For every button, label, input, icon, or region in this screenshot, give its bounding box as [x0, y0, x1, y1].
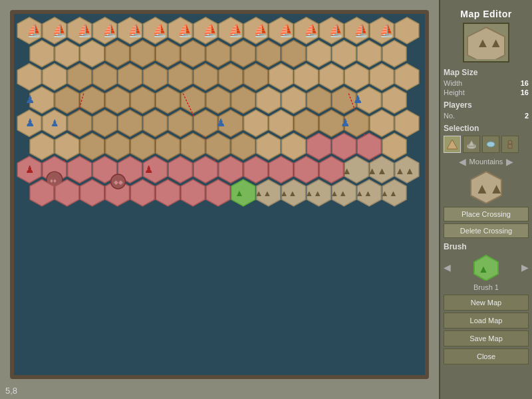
- water-icon-btn[interactable]: [482, 136, 499, 153]
- svg-text:♟: ♟: [144, 164, 153, 175]
- svg-text:⛵: ⛵: [279, 23, 294, 38]
- svg-text:▲▲: ▲▲: [475, 180, 503, 197]
- svg-text:♟: ♟: [51, 118, 59, 128]
- svg-text:▲▲: ▲▲: [255, 188, 272, 198]
- svg-text:⛵: ⛵: [329, 23, 344, 38]
- panel-title: Map Editor: [444, 3, 529, 23]
- game-area: ⛵ ⛵ ⛵ ⛵ ⛵ ⛵ ⛵ ⛵ ⛵ ⛵ ⛵ ⛵ ⛵ ⛵ ⛵: [0, 0, 439, 399]
- svg-text:⛵: ⛵: [304, 23, 319, 38]
- svg-marker-45: [468, 140, 475, 146]
- svg-text:▲▲: ▲▲: [367, 165, 387, 176]
- width-label: Width: [444, 79, 462, 87]
- brush-prev-btn[interactable]: ◀: [444, 262, 451, 273]
- svg-text:◆◆: ◆◆: [114, 179, 123, 186]
- svg-text:♟: ♟: [353, 94, 362, 106]
- svg-text:▲: ▲: [235, 188, 244, 198]
- unit-icon-btn[interactable]: [501, 136, 519, 153]
- delete-crossing-button[interactable]: Delete Crossing: [444, 223, 529, 238]
- svg-text:⛵: ⛵: [178, 23, 193, 38]
- selection-icons: [444, 136, 529, 153]
- svg-text:♟: ♟: [25, 94, 35, 106]
- svg-text:▲: ▲: [342, 165, 352, 176]
- svg-text:⛵: ⛵: [228, 23, 243, 38]
- brush-nav: ◀ ▲ ▶: [444, 254, 529, 281]
- players-no-value: 2: [525, 112, 529, 120]
- svg-text:▲: ▲: [478, 263, 489, 275]
- height-label: Height: [444, 88, 465, 96]
- coordinates: 5,8: [5, 386, 17, 396]
- svg-marker-43: [447, 140, 458, 149]
- svg-text:▲▲: ▲▲: [355, 188, 372, 198]
- svg-text:⛵: ⛵: [354, 23, 369, 38]
- hill-icon-btn[interactable]: [463, 136, 480, 153]
- players-label: Players: [444, 100, 529, 110]
- svg-text:⛵: ⛵: [379, 23, 394, 38]
- selection-label: Selection: [444, 124, 529, 133]
- brush-next-btn[interactable]: ▶: [521, 262, 529, 273]
- svg-text:▲▲: ▲▲: [280, 188, 297, 198]
- place-crossing-button[interactable]: Place Crossing: [444, 207, 529, 221]
- svg-text:♟: ♟: [216, 117, 225, 128]
- svg-text:⛵: ⛵: [52, 23, 67, 38]
- svg-text:⛵: ⛵: [102, 23, 118, 38]
- svg-text:▲▲: ▲▲: [305, 188, 323, 198]
- svg-point-47: [508, 140, 512, 144]
- right-panel: Map Editor ▲▲ Map Size Width 16 Height 1…: [439, 0, 532, 399]
- svg-text:▲▲: ▲▲: [395, 165, 415, 176]
- width-value: 16: [521, 79, 529, 87]
- svg-text:⛵: ⛵: [128, 23, 143, 38]
- save-map-button[interactable]: Save Map: [444, 331, 529, 346]
- svg-text:⛵: ⛵: [77, 23, 92, 38]
- svg-text:⛵: ⛵: [203, 23, 218, 38]
- svg-text:⛵: ⛵: [152, 23, 168, 38]
- brush-label: Brush: [444, 242, 529, 251]
- current-terrain: Mountains: [469, 158, 503, 166]
- terrain-prev-btn[interactable]: ◀: [459, 156, 466, 167]
- height-value: 16: [521, 88, 529, 96]
- terrain-next-btn[interactable]: ▶: [506, 156, 513, 167]
- svg-text:♟: ♟: [25, 117, 35, 128]
- svg-text:▲▲: ▲▲: [476, 35, 503, 50]
- brush-hex: ▲: [473, 254, 499, 281]
- svg-text:⛵: ⛵: [27, 23, 42, 38]
- terrain-icon-btn[interactable]: [444, 136, 461, 153]
- mountain-hex-preview: ▲▲: [469, 170, 503, 203]
- terrain-preview: ▲▲: [463, 23, 509, 63]
- svg-rect-48: [508, 144, 512, 148]
- map-canvas[interactable]: ⛵ ⛵ ⛵ ⛵ ⛵ ⛵ ⛵ ⛵ ⛵ ⛵ ⛵ ⛵ ⛵ ⛵ ⛵: [10, 10, 429, 379]
- svg-text:♟: ♟: [25, 164, 34, 175]
- mountains-nav: ◀ Mountains ▶: [444, 156, 529, 167]
- load-map-button[interactable]: Load Map: [444, 313, 529, 329]
- brush-label-text: Brush 1: [444, 283, 529, 291]
- svg-text:♟: ♟: [340, 117, 350, 128]
- map-size-label: Map Size: [444, 68, 529, 77]
- svg-text:♦♦: ♦♦: [50, 177, 57, 184]
- close-button[interactable]: Close: [444, 348, 529, 364]
- new-map-button[interactable]: New Map: [444, 295, 529, 311]
- svg-text:⛵: ⛵: [253, 23, 269, 38]
- players-no-label: No.: [444, 112, 455, 120]
- svg-point-46: [487, 142, 495, 147]
- svg-text:▲▲: ▲▲: [330, 188, 347, 198]
- svg-text:▲▲: ▲▲: [380, 188, 398, 198]
